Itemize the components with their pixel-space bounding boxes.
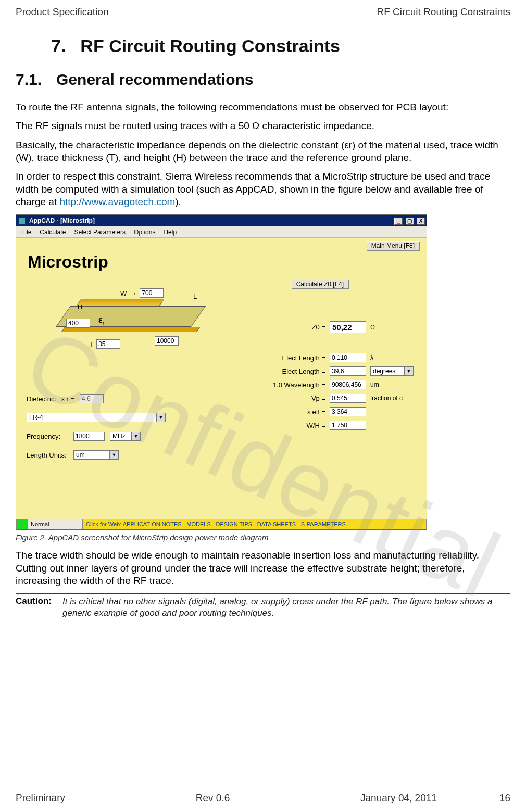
menu-item[interactable]: Help — [164, 229, 177, 236]
menu-item[interactable]: File — [21, 229, 31, 236]
minimize-button[interactable]: _ — [394, 218, 403, 225]
statusbar: Normal Click for Web: APPLICATION NOTES … — [16, 519, 427, 529]
length-units-combo[interactable]: um ▼ — [73, 450, 119, 460]
frequency-unit: MHz — [110, 432, 132, 441]
t-label: T — [89, 340, 93, 348]
titlebar: AppCAD - [Microstrip] _ ▢ X — [16, 215, 427, 226]
chevron-down-icon: ▼ — [405, 366, 414, 376]
frequency-label: Frequency: — [27, 433, 68, 440]
caution-label: Caution: — [16, 596, 57, 619]
caution-text: It is critical that no other signals (di… — [62, 596, 510, 619]
menu-item[interactable]: Options — [134, 229, 155, 236]
degrees-unit: degrees — [370, 366, 405, 376]
page-footer: Preliminary Rev 0.6 January 04, 2011 16 — [16, 788, 510, 804]
l-input[interactable]: 10000 — [155, 336, 179, 346]
h-input[interactable]: 400 — [66, 319, 90, 328]
eeff-label: ε eff = — [253, 408, 325, 416]
menu-item[interactable]: Select Parameters — [74, 229, 126, 236]
z0-label: Z0 = — [253, 323, 325, 331]
section-number: 7. — [51, 36, 66, 56]
z0-unit: Ω — [370, 324, 415, 331]
vp-value: 0,545 — [330, 394, 366, 403]
dielectric-combo-value: FR-4 — [27, 413, 157, 422]
t-input[interactable]: 35 — [96, 339, 120, 349]
wavelength-unit: um — [370, 381, 415, 388]
subsection-heading: 7.1. General recommendations — [16, 71, 510, 88]
paragraph: To route the RF antenna signals, the fol… — [16, 101, 510, 113]
footer-page: 16 — [499, 792, 510, 804]
er-equals-label: ε r = — [61, 395, 74, 403]
length-units-label: Length Units: — [27, 451, 68, 459]
eeff-value: 3,364 — [330, 407, 366, 416]
header-left: Product Specification — [16, 6, 109, 18]
subsection-number: 7.1. — [16, 71, 42, 88]
external-link[interactable]: http://www.avagotech.com — [60, 196, 176, 207]
paragraph: In order to respect this constraint, Sie… — [16, 170, 510, 208]
wh-label: W/H = — [253, 422, 325, 429]
ohm-symbol: Ω — [252, 120, 259, 131]
elect-length-lambda-label: Elect Length = — [253, 354, 325, 362]
page-header: Product Specification RF Circuit Routing… — [16, 6, 510, 22]
app-icon — [18, 218, 26, 225]
elect-length-deg-label: Elect Length = — [253, 367, 325, 375]
lambda-unit: λ — [370, 354, 415, 361]
elect-length-deg-value: 39,6 — [330, 366, 366, 376]
chevron-down-icon: ▼ — [157, 413, 166, 422]
paragraph: Basically, the characteristic impedance … — [16, 139, 510, 164]
window-title: AppCAD - [Microstrip] — [29, 217, 95, 224]
length-units-value: um — [73, 450, 110, 460]
er-value: 4,6 — [80, 394, 104, 403]
main-menu-button[interactable]: Main Menu [F8] — [367, 241, 419, 250]
h-label: H — [78, 303, 82, 311]
status-mode: Normal — [28, 519, 83, 529]
dielectric-label: Dielectric: — [27, 395, 56, 403]
dielectric-combo[interactable]: FR-4 ▼ — [27, 413, 166, 422]
elect-length-lambda-value: 0,110 — [330, 353, 366, 362]
er-symbol: ε — [98, 314, 103, 325]
menu-item[interactable]: Calculate — [40, 229, 66, 236]
section-title: RF Circuit Routing Constraints — [80, 36, 340, 56]
paragraph: The trace width should be wide enough to… — [16, 549, 510, 587]
figure-caption: Figure 2. AppCAD screenshot for MicroStr… — [16, 533, 510, 542]
footer-rev: Rev 0.6 — [196, 792, 230, 804]
canvas-title: Microstrip — [28, 252, 421, 272]
text: The RF signals must be routed using trac… — [16, 120, 252, 131]
text: characteristic impedance. — [259, 120, 374, 131]
status-led — [16, 519, 28, 529]
header-right: RF Circuit Routing Constraints — [377, 6, 510, 18]
frequency-input[interactable]: 1800 — [73, 432, 105, 441]
appcad-window: AppCAD - [Microstrip] _ ▢ X File Calcula… — [16, 214, 427, 530]
status-banner-link[interactable]: Click for Web: APPLICATION NOTES - MODEL… — [83, 519, 427, 529]
wavelength-value: 90806,456 — [330, 380, 366, 389]
wavelength-label: 1.0 Wavelength = — [253, 381, 325, 389]
trace-slab — [76, 299, 165, 306]
right-results: Z0 = 50,22 Ω Elect Length = 0,110 λ Elec… — [228, 321, 415, 434]
w-label: W — [120, 289, 127, 297]
section-heading: 7. RF Circuit Routing Constraints — [51, 36, 510, 56]
maximize-button[interactable]: ▢ — [406, 218, 414, 225]
appcad-canvas: Main Menu [F8] Calculate Z0 [F4] Microst… — [16, 238, 427, 519]
vp-unit: fraction of c — [370, 395, 415, 402]
left-parameters: Dielectric: ε r = 4,6 FR-4 ▼ Frequency: … — [27, 394, 198, 469]
degrees-combo[interactable]: degrees ▼ — [370, 366, 415, 376]
close-button[interactable]: X — [417, 218, 425, 225]
paragraph: The RF signals must be routed using trac… — [16, 120, 510, 132]
frequency-unit-combo[interactable]: MHz ▼ — [110, 432, 141, 441]
subsection-title: General recommendations — [56, 71, 253, 88]
menubar: File Calculate Select Parameters Options… — [16, 226, 427, 238]
footer-date: January 04, 2011 — [360, 792, 437, 804]
calculate-button[interactable]: Calculate Z0 [F4] — [292, 280, 348, 289]
microstrip-diagram: W → 700 H 400 T 35 L 10000 εr — [42, 274, 219, 367]
chevron-down-icon: ▼ — [110, 450, 119, 460]
w-input[interactable]: 700 — [140, 288, 164, 298]
wh-value: 1,750 — [330, 421, 366, 430]
er-sub: r — [103, 320, 105, 326]
vp-label: Vp = — [253, 395, 325, 402]
text: ). — [175, 196, 181, 207]
l-label: L — [193, 293, 197, 300]
z0-value: 50,22 — [330, 321, 366, 333]
footer-left: Preliminary — [16, 792, 65, 804]
caution-box: Caution: It is critical that no other si… — [16, 593, 510, 621]
chevron-down-icon: ▼ — [132, 432, 141, 441]
